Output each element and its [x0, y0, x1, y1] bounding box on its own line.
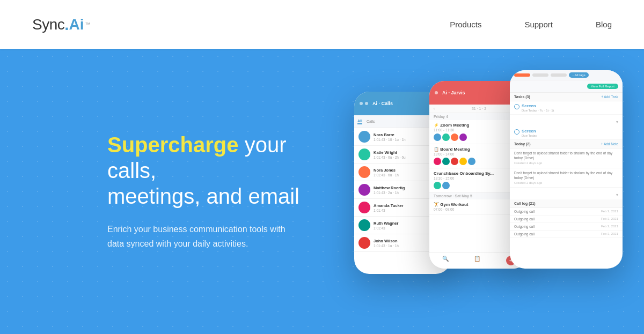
avatar-7 [358, 237, 370, 249]
task-name-2: Screen [522, 129, 537, 133]
phone3-chevron-1: ▾ [510, 115, 623, 127]
notes-header-label: Today (2) [514, 142, 531, 146]
tab-indicator-2 [532, 73, 548, 77]
phone3-calls-header: Call log (21) [510, 199, 623, 208]
phone1-tab-all: All [357, 119, 362, 124]
phone3-notes-header: Today (2) + Add Note [510, 140, 623, 149]
hero-title-bold: Supercharge [107, 133, 239, 157]
tab-indicator-1 [514, 73, 530, 77]
avatar-3 [358, 166, 370, 178]
phone1-dot1 [360, 102, 363, 105]
hero-content: Supercharge your calls,meetings, and ema… [0, 132, 322, 251]
chevron-down-icon-2: ▾ [616, 192, 618, 197]
nav-products[interactable]: Products [450, 20, 481, 29]
phone3-task-2: Screen Due Today [510, 127, 623, 140]
hero-section: Supercharge your calls,meetings, and ema… [0, 49, 644, 334]
m3-av1 [434, 182, 441, 189]
add-note-link[interactable]: + Add Note [601, 142, 618, 146]
task-text-1: Screen Due Today · 7u · 1t · 1t [522, 103, 554, 112]
m1-av3 [451, 133, 458, 141]
view-full-report-btn[interactable]: View Full Report [587, 84, 618, 89]
phone1-dot2 [365, 102, 368, 105]
nav-icon-2: 📋 [474, 256, 480, 265]
m1-av1 [434, 133, 441, 141]
chevron-down-icon: ▾ [616, 120, 618, 124]
task-sub-1: Due Today · 7u · 1t · 1t [522, 109, 554, 112]
m2-av1 [434, 158, 441, 165]
phone3-call-4: Outgoing call Feb 3, 2021 [510, 231, 623, 238]
phone3-call-1: Outgoing call Feb 3, 2021 [510, 208, 623, 216]
nav-support[interactable]: Support [524, 20, 553, 29]
avatar-6 [358, 219, 370, 231]
calls-header-label: Call log (21) [514, 202, 536, 205]
phone3-tasks-header: Tasks (3) + Add Task [510, 93, 623, 101]
avatar-5 [358, 202, 370, 213]
call-date-3: Feb 3, 2021 [601, 225, 618, 228]
avatar-1 [358, 131, 370, 143]
phone3-note-1: Don't forget to upload shared folder to … [510, 149, 623, 168]
phone3-top-bar: ...All tags [510, 70, 623, 80]
phone1-tab-calls: Calls [367, 120, 375, 123]
header: Sync.Ai™ Products Support Blog [0, 0, 644, 49]
phone3-view-header: View Full Report [510, 80, 623, 93]
phone1-title: Ai · Calls [372, 101, 393, 106]
m2-av3 [451, 158, 458, 165]
task-name-1: Screen [522, 103, 554, 108]
logo-trademark: ™ [85, 21, 91, 27]
call-label-1: Outgoing call [514, 210, 535, 213]
call-label-2: Outgoing call [514, 217, 535, 221]
task-sub-2: Due Today [522, 134, 537, 137]
phones-container: Ai · Calls All Calls Nora Barre 1:01:43 … [322, 49, 644, 334]
logo-dot: . [64, 16, 69, 34]
cal-date: 31 · 1 · 2 [472, 107, 486, 110]
tab-indicator-3 [551, 73, 567, 77]
m2-av5 [468, 158, 475, 165]
m2-av4 [459, 158, 467, 165]
m1-av4 [459, 133, 467, 141]
call-date-1: Feb 3, 2021 [601, 210, 618, 213]
m1-av2 [442, 133, 450, 141]
phone3-note-2: Don't forget to upload shared folder to … [510, 168, 623, 188]
task-text-2: Screen Due Today [522, 129, 537, 137]
tasks-header-label: Tasks (3) [514, 95, 530, 99]
task-circle-2 [514, 129, 519, 135]
call-label-4: Outgoing call [514, 232, 535, 236]
note-timestamp-2: Created 2 days ago [514, 181, 542, 184]
phone-report: ...All tags View Full Report Tasks (3) +… [510, 70, 623, 269]
hero-title: Supercharge your calls,meetings, and ema… [107, 132, 322, 209]
nav-blog[interactable]: Blog [596, 20, 612, 29]
phone3-tag-pill: ...All tags [569, 72, 589, 78]
logo: Sync.Ai™ [32, 16, 91, 34]
call-date-2: Feb 3, 2021 [601, 217, 618, 221]
logo-ai-text: Ai [69, 16, 84, 33]
nav-icon-1: 🔍 [442, 256, 449, 265]
phone3-call-2: Outgoing call Feb 3, 2021 [510, 216, 623, 223]
hero-subtitle: Enrich your business communication tools… [107, 222, 290, 251]
phone3-chevron-2: ▾ [510, 188, 623, 199]
note-timestamp-1: Created 2 days ago [514, 161, 542, 165]
phone3-call-3: Outgoing call Feb 3, 2021 [510, 223, 623, 231]
phone2-dot1 [435, 91, 438, 94]
add-task-link[interactable]: + Add Task [601, 95, 618, 99]
m3-av2 [442, 182, 450, 189]
cal-prev: ‹ [434, 107, 435, 110]
main-nav: Products Support Blog [450, 20, 612, 29]
m2-av2 [442, 158, 450, 165]
logo-sync-text: Sync [32, 16, 64, 33]
call-date-4: Feb 3, 2021 [601, 232, 618, 236]
avatar-4 [358, 184, 370, 196]
call-label-3: Outgoing call [514, 225, 535, 228]
task-circle-1 [514, 104, 519, 109]
phone3-task-1: Screen Due Today · 7u · 1t · 1t [510, 101, 623, 115]
phone2-title: Ai · Jarvis [442, 90, 465, 95]
avatar-2 [358, 149, 370, 160]
